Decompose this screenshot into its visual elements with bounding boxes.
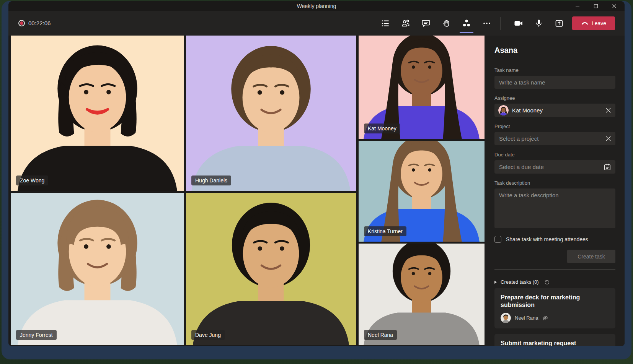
assignee-avatar: [498, 105, 509, 115]
apps-icon: [462, 18, 471, 28]
microphone-button[interactable]: [531, 15, 547, 32]
participant-name-tag: Kristina Turner: [364, 226, 406, 236]
assignee-label: Assignee: [494, 95, 615, 101]
expand-caret-icon: [494, 281, 497, 284]
task-name-label: Task name: [494, 67, 615, 73]
assignee-field[interactable]: Kat Mooney: [494, 104, 615, 117]
dismiss-icon: [605, 135, 612, 142]
participant-tile-kat-mooney[interactable]: Kat Mooney: [359, 36, 485, 139]
participant-name-tag: Neel Rana: [364, 330, 397, 340]
participant-tile-dave-jung[interactable]: Dave Jung: [186, 193, 356, 345]
task-description-input[interactable]: [494, 188, 615, 228]
project-label: Project: [494, 123, 615, 129]
participants-button[interactable]: [398, 15, 413, 32]
created-task-card[interactable]: Submit marketing request: [494, 334, 615, 346]
participant-name-tag: Jenny Forrest: [16, 330, 57, 340]
created-tasks-label: Created tasks (0): [501, 279, 539, 285]
calendar-icon: [603, 163, 612, 171]
close-button[interactable]: [609, 2, 619, 10]
task-assignee-name: Neel Rana: [515, 315, 538, 321]
task-name-input[interactable]: [494, 76, 615, 89]
clear-assignee-button[interactable]: [605, 107, 612, 114]
dismiss-icon: [605, 107, 612, 114]
meeting-toolbar: 00:22:06: [8, 11, 625, 36]
share-task-row: Share task with meeting attendees: [494, 236, 615, 243]
minimize-button[interactable]: [573, 2, 582, 10]
created-tasks-list: Prepare deck for marketing submissionNee…: [494, 288, 615, 346]
microphone-icon: [534, 19, 543, 28]
recording-timer: 00:22:06: [28, 20, 51, 26]
participant-tile-kristina-turner[interactable]: Kristina Turner: [359, 141, 485, 242]
task-card-title: Submit marketing request: [501, 340, 609, 346]
due-date-placeholder: Select a due date: [499, 164, 603, 170]
titlebar: Weekly planning: [8, 1, 625, 11]
panel-title: Asana: [494, 46, 615, 55]
window-controls: [573, 1, 619, 11]
share-task-label: Share task with meeting attendees: [506, 236, 588, 242]
apps-active-underline: [460, 32, 473, 33]
participant-name-tag: Kat Mooney: [364, 123, 400, 133]
task-assignee-avatar: [501, 313, 511, 323]
video-grid: Zoe WongHugh DanielsJenny ForrestDave Ju…: [8, 36, 485, 346]
create-task-button[interactable]: Create task: [567, 250, 615, 263]
agenda-button[interactable]: [378, 15, 393, 32]
agenda-list-icon: [381, 19, 390, 28]
close-icon: [612, 4, 617, 8]
refresh-button[interactable]: [544, 279, 550, 285]
chat-button[interactable]: [418, 15, 434, 32]
assignee-value: Kat Mooney: [512, 107, 605, 114]
participants-icon: [401, 19, 410, 28]
description-label: Task description: [494, 180, 615, 186]
created-task-card[interactable]: Prepare deck for marketing submissionNee…: [494, 288, 615, 328]
teams-meeting-window: Weekly planning 00:22:06: [8, 1, 625, 346]
hangup-icon: [581, 20, 589, 27]
recording-icon: [18, 20, 25, 26]
raise-hand-button[interactable]: [439, 15, 454, 32]
participant-name-tag: Hugh Daniels: [191, 176, 231, 185]
minimize-icon: [575, 4, 580, 8]
recording-indicator: 00:22:06: [18, 20, 51, 26]
participant-tile-hugh-daniels[interactable]: Hugh Daniels: [186, 36, 356, 191]
leave-button[interactable]: Leave: [572, 16, 615, 30]
task-card-title: Prepare deck for marketing submission: [501, 294, 609, 309]
project-placeholder: Select a project: [499, 135, 605, 142]
share-screen-icon: [555, 19, 564, 28]
more-options-icon: [482, 19, 491, 28]
task-card-assignee-row: Neel Rana: [501, 313, 609, 323]
share-screen-button[interactable]: [551, 15, 567, 32]
participant-tile-zoe-wong[interactable]: Zoe Wong: [11, 36, 184, 191]
toolbar-divider: [501, 17, 501, 30]
more-options-button[interactable]: [479, 15, 494, 32]
chat-icon: [421, 19, 431, 28]
leave-label: Leave: [592, 20, 606, 26]
project-field[interactable]: Select a project: [494, 132, 615, 145]
due-date-label: Due date: [494, 152, 615, 158]
participant-tile-neel-rana[interactable]: Neel Rana: [359, 244, 485, 345]
participant-name-tag: Zoe Wong: [16, 176, 48, 185]
panel-divider: [494, 269, 615, 270]
window-title: Weekly planning: [297, 3, 336, 9]
apps-button[interactable]: [459, 15, 474, 32]
participant-tile-jenny-forrest[interactable]: Jenny Forrest: [11, 193, 184, 345]
open-calendar-button[interactable]: [603, 163, 612, 171]
maximize-icon: [594, 4, 598, 8]
share-task-checkbox[interactable]: [494, 236, 501, 243]
participant-name-tag: Dave Jung: [191, 330, 225, 340]
maximize-button[interactable]: [591, 2, 601, 10]
created-tasks-header[interactable]: Created tasks (0): [494, 279, 615, 285]
refresh-icon: [544, 279, 550, 285]
camera-button[interactable]: [511, 15, 526, 32]
clear-project-button[interactable]: [605, 135, 612, 142]
visibility-hidden-icon: [542, 315, 548, 321]
camera-icon: [514, 19, 524, 28]
asana-panel: Asana Task name Assignee Kat Mooney Proj…: [485, 36, 625, 346]
toolbar-actions: Leave: [378, 15, 615, 32]
raise-hand-icon: [442, 19, 451, 28]
due-date-field[interactable]: Select a due date: [494, 160, 615, 174]
